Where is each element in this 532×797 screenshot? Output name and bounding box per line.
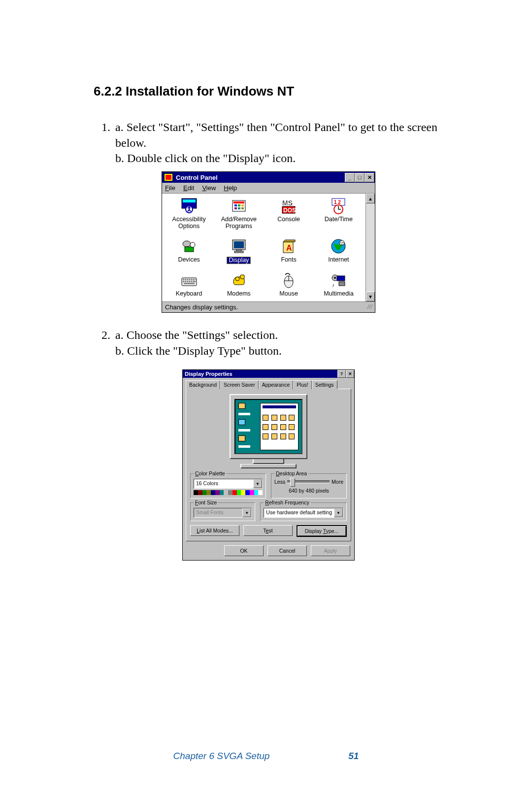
cp-title: Control Panel (176, 174, 345, 181)
cp-item-label: Accessibility Options (164, 216, 214, 230)
cp-item-mouse[interactable]: Mouse (264, 272, 314, 298)
footer-chapter: Chapter 6 SVGA Setup (173, 751, 270, 762)
svg-rect-4 (233, 201, 244, 203)
cp-item-label-selected: Display (227, 257, 251, 265)
step-1a: a. Select "Start", "Settings" then "Cont… (115, 120, 443, 151)
svg-rect-36 (191, 279, 192, 280)
scroll-down-button[interactable]: ▼ (366, 292, 375, 301)
svg-rect-25 (234, 251, 243, 253)
cp-item-datetime[interactable]: 1 2 Date/Time (314, 198, 364, 230)
cp-item-label: Date/Time (325, 216, 353, 223)
console-icon: MSDOS (280, 198, 297, 214)
cp-titlebar[interactable]: Control Panel _ □ ✕ (162, 172, 375, 183)
cp-status-text: Changes display settings. (165, 303, 238, 311)
refresh-dropdown[interactable]: Use hardware default setting ▼ (264, 508, 343, 518)
resize-grip[interactable]: /// (366, 303, 372, 311)
svg-rect-40 (185, 281, 186, 282)
svg-text:A: A (286, 244, 292, 252)
chevron-down-icon: ▼ (242, 508, 251, 517)
cp-icon-grid: Accessibility Options Add/Remove Program… (162, 194, 366, 301)
tab-screensaver[interactable]: Screen Saver (220, 380, 259, 389)
maximize-button[interactable]: □ (355, 173, 365, 182)
svg-rect-37 (193, 279, 194, 280)
slider-less-label: Less (274, 479, 285, 485)
slider-thumb[interactable] (290, 478, 295, 487)
chevron-down-icon[interactable]: ▼ (253, 479, 262, 488)
cancel-button[interactable]: Cancel (267, 545, 307, 556)
svg-rect-53 (337, 276, 345, 281)
tab-settings[interactable]: Settings (312, 380, 337, 389)
chevron-down-icon[interactable]: ▼ (334, 508, 343, 517)
scroll-track[interactable] (366, 203, 375, 292)
svg-rect-45 (184, 283, 195, 284)
cp-item-modems[interactable]: Modems (214, 272, 264, 298)
monitor-preview (230, 394, 307, 468)
cp-item-fonts[interactable]: A Fonts (264, 238, 314, 265)
dp-title: Display Properties (185, 371, 337, 377)
svg-rect-10 (241, 207, 244, 209)
svg-rect-33 (185, 279, 186, 280)
ok-button[interactable]: OK (224, 545, 264, 556)
svg-text:♪: ♪ (332, 282, 334, 288)
mouse-icon (280, 272, 297, 289)
close-button[interactable]: ✕ (346, 370, 354, 378)
svg-rect-43 (191, 281, 192, 282)
step-1-number: 1. (94, 120, 115, 166)
cp-item-display[interactable]: Display (214, 238, 264, 265)
svg-point-30 (342, 242, 343, 243)
close-button[interactable]: ✕ (365, 173, 374, 182)
svg-point-19 (183, 241, 191, 247)
display-type-button[interactable]: Display Type... (297, 525, 347, 537)
cp-item-addremove[interactable]: Add/Remove Programs (214, 198, 264, 230)
svg-point-52 (334, 277, 336, 279)
cp-menubar: File Edit View Help (162, 183, 375, 194)
list-modes-button[interactable]: List All Modes... (190, 525, 239, 536)
help-button[interactable]: ? (337, 370, 346, 378)
internet-icon (330, 238, 347, 255)
resolution-slider[interactable] (287, 480, 330, 483)
svg-rect-35 (189, 279, 190, 280)
svg-point-46 (235, 277, 239, 281)
svg-rect-38 (195, 279, 196, 280)
display-icon (231, 238, 247, 255)
datetime-icon: 1 2 (330, 198, 347, 214)
menu-help[interactable]: Help (224, 184, 237, 192)
svg-rect-54 (339, 282, 345, 286)
menu-edit[interactable]: Edit (183, 184, 194, 192)
test-button[interactable]: Test (243, 525, 293, 536)
tab-background[interactable]: Background (186, 380, 220, 389)
menu-file[interactable]: File (165, 184, 175, 192)
keyboard-icon (181, 272, 198, 289)
cp-item-keyboard[interactable]: Keyboard (164, 272, 214, 298)
cp-item-accessibility[interactable]: Accessibility Options (164, 198, 214, 230)
multimedia-icon: ♪ (330, 272, 347, 289)
cp-item-console[interactable]: MSDOS Console (264, 198, 314, 230)
fonts-icon: A (280, 238, 297, 255)
cp-scrollbar[interactable]: ▲ ▼ (366, 194, 375, 301)
step-1b: b. Double click on the "Display" icon. (115, 151, 443, 166)
color-palette-dropdown[interactable]: 16 Colors ▼ (194, 479, 263, 489)
dp-titlebar[interactable]: Display Properties ? ✕ (183, 370, 354, 378)
svg-rect-41 (187, 281, 188, 282)
cp-item-label: Console (277, 216, 300, 223)
cp-system-icon[interactable] (164, 173, 173, 181)
minimize-button[interactable]: _ (345, 173, 355, 182)
svg-rect-34 (187, 279, 188, 280)
dp-tabs: Background Screen Saver Appearance Plus!… (183, 378, 354, 389)
cp-statusbar: Changes display settings. /// (162, 301, 375, 312)
cp-item-label: Devices (178, 257, 200, 264)
cp-item-devices[interactable]: Devices (164, 238, 214, 265)
cp-item-multimedia[interactable]: ♪ Multimedia (314, 272, 364, 298)
modems-icon (231, 272, 247, 289)
svg-rect-47 (240, 275, 244, 279)
menu-view[interactable]: View (202, 184, 216, 192)
step-2a: a. Choose the "Settings" selection. (115, 328, 443, 343)
cp-item-internet[interactable]: Internet (314, 238, 364, 265)
resolution-text: 640 by 480 pixels (274, 488, 343, 494)
group-font-size: Font Size Small Fonts ▼ (190, 502, 255, 521)
tab-plus[interactable]: Plus! (293, 380, 311, 389)
group-refresh-frequency: Refresh Frequency Use hardware default s… (260, 502, 347, 521)
tab-appearance[interactable]: Appearance (259, 380, 294, 389)
group-legend: Font Size (194, 499, 218, 505)
scroll-up-button[interactable]: ▲ (366, 194, 375, 203)
